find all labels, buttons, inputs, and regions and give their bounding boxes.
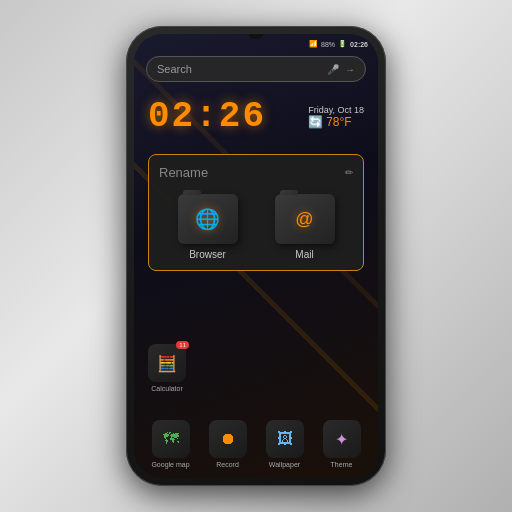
bg-calculator[interactable]: 🧮 11 Calculator bbox=[148, 344, 186, 392]
search-placeholder: Search bbox=[157, 63, 327, 75]
dock-item-record[interactable]: ⏺ Record bbox=[206, 420, 250, 468]
calculator-icon: 🧮 bbox=[157, 354, 177, 373]
mail-folder-icon: @ bbox=[275, 194, 335, 244]
rename-header: Rename ✏ bbox=[159, 165, 353, 180]
bottom-dock: 🗺 Google map ⏺ Record 🖼 Wallpaper ✦ bbox=[142, 420, 370, 468]
browser-folder-icon: 🌐 bbox=[178, 194, 238, 244]
theme-label: Theme bbox=[331, 461, 353, 468]
record-icon-wrap: ⏺ bbox=[209, 420, 247, 458]
mail-folder-item[interactable]: @ Mail bbox=[275, 194, 335, 260]
clock-area: 02:26 Friday, Oct 18 🔄 78°F bbox=[148, 96, 364, 137]
weather-info: Friday, Oct 18 🔄 78°F bbox=[308, 105, 364, 129]
wifi-icon: 📶 bbox=[309, 40, 318, 48]
clock-time: 02:26 bbox=[148, 96, 266, 137]
calculator-badge: 11 bbox=[176, 341, 189, 349]
theme-icon-wrap: ✦ bbox=[323, 420, 361, 458]
calculator-label: Calculator bbox=[151, 385, 183, 392]
browser-label: Browser bbox=[189, 249, 226, 260]
theme-icon: ✦ bbox=[335, 430, 348, 449]
browser-folder-item[interactable]: 🌐 Browser bbox=[178, 194, 238, 260]
browser-globe-icon: 🌐 bbox=[195, 207, 220, 231]
temp-value: 78°F bbox=[326, 115, 351, 129]
record-icon: ⏺ bbox=[220, 430, 236, 448]
arrow-icon[interactable]: → bbox=[345, 64, 355, 75]
calc-icon-wrap: 🧮 11 bbox=[148, 344, 186, 382]
weather-temp: 🔄 78°F bbox=[308, 115, 364, 129]
dock-item-wallpaper[interactable]: 🖼 Wallpaper bbox=[263, 420, 307, 468]
phone-screen: 📶 88% 🔋 02:26 Search 🎤 → 02:26 Friday, O… bbox=[134, 34, 378, 478]
search-icons: 🎤 → bbox=[327, 64, 355, 75]
google-map-icon: 🗺 bbox=[163, 430, 179, 448]
mail-at-icon: @ bbox=[295, 209, 313, 230]
status-time: 02:26 bbox=[350, 41, 368, 48]
weather-icon: 🔄 bbox=[308, 115, 323, 129]
record-label: Record bbox=[216, 461, 239, 468]
rename-popup: Rename ✏ 🌐 Browser @ Mail bbox=[148, 154, 364, 271]
mic-icon[interactable]: 🎤 bbox=[327, 64, 339, 75]
mail-label: Mail bbox=[295, 249, 313, 260]
battery-percent: 88% bbox=[321, 41, 335, 48]
rename-edit-icon[interactable]: ✏ bbox=[345, 167, 353, 178]
dock-item-google-map[interactable]: 🗺 Google map bbox=[149, 420, 193, 468]
rename-title: Rename bbox=[159, 165, 208, 180]
status-right: 📶 88% 🔋 02:26 bbox=[309, 40, 368, 48]
wallpaper-label: Wallpaper bbox=[269, 461, 300, 468]
notch bbox=[249, 34, 263, 39]
dock-item-theme[interactable]: ✦ Theme bbox=[320, 420, 364, 468]
battery-icon: 🔋 bbox=[338, 40, 347, 48]
weather-date: Friday, Oct 18 bbox=[308, 105, 364, 115]
wallpaper-icon-wrap: 🖼 bbox=[266, 420, 304, 458]
google-map-label: Google map bbox=[151, 461, 189, 468]
status-bar: 📶 88% 🔋 02:26 bbox=[144, 40, 368, 48]
phone-outer: 📶 88% 🔋 02:26 Search 🎤 → 02:26 Friday, O… bbox=[126, 26, 386, 486]
folder-icons-row: 🌐 Browser @ Mail bbox=[159, 194, 353, 260]
wallpaper-icon: 🖼 bbox=[277, 430, 293, 448]
google-map-icon-wrap: 🗺 bbox=[152, 420, 190, 458]
search-bar[interactable]: Search 🎤 → bbox=[146, 56, 366, 82]
